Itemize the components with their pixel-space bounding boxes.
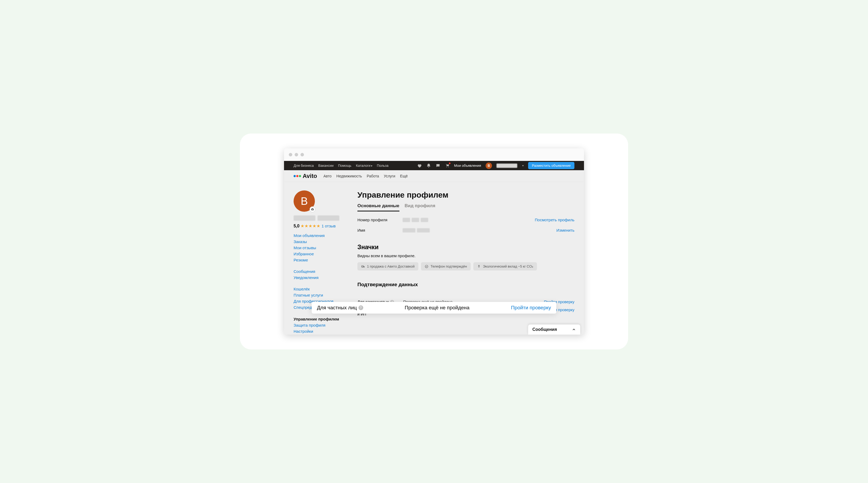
sidebar-item-orders[interactable]: Заказы xyxy=(293,239,347,244)
label-profile-number: Номер профиля xyxy=(358,217,403,222)
traffic-light-icon xyxy=(294,153,298,156)
avatar[interactable]: В xyxy=(486,162,492,169)
cat-realty[interactable]: Недвижимость xyxy=(336,174,362,178)
badges-subtitle: Видны всем в вашем профиле. xyxy=(358,253,575,258)
sidebar-item-security[interactable]: Защита профиля xyxy=(293,323,347,327)
name-redacted xyxy=(293,215,315,221)
sidebar-item-wallet[interactable]: Кошелёк xyxy=(293,287,347,291)
star-icon: ★★★★★ xyxy=(301,223,320,229)
sidebar-item-paid[interactable]: Платные услуги xyxy=(293,293,347,297)
tab-view[interactable]: Вид профиля xyxy=(405,203,435,211)
badge-phone[interactable]: Телефон подтверждён xyxy=(421,262,471,271)
tab-basic[interactable]: Основные данные xyxy=(358,203,399,211)
chevron-down-icon: ▾ xyxy=(371,164,372,167)
nav-benefit[interactable]: Польза xyxy=(377,163,389,168)
traffic-light-icon xyxy=(301,153,304,156)
category-nav: Avito Авто Недвижимость Работа Услуги Ещ… xyxy=(284,170,584,182)
heart-icon[interactable] xyxy=(417,163,422,168)
cat-services[interactable]: Услуги xyxy=(384,174,395,178)
top-navbar: Для бизнеса Вакансии Помощь Каталоги▾ По… xyxy=(284,161,584,170)
verification-title: Подтверждение данных xyxy=(358,282,575,288)
sidebar-item-messages[interactable]: Сообщения xyxy=(293,269,347,274)
verification-popout: Для частных лиц? Проверка ещё не пройден… xyxy=(312,302,556,313)
badge-delivery[interactable]: 1 продажа с Авито Доставкой xyxy=(358,262,418,271)
nav-help[interactable]: Помощь xyxy=(338,163,351,168)
check-circle-icon xyxy=(425,265,428,268)
chevron-down-icon[interactable]: ▾ xyxy=(522,164,524,167)
chevron-up-icon xyxy=(572,327,576,332)
window-titlebar xyxy=(284,148,584,161)
leaf-icon xyxy=(477,265,481,268)
cart-icon[interactable] xyxy=(445,163,450,168)
sidebar-item-favorites[interactable]: Избранное xyxy=(293,251,347,256)
name-redacted xyxy=(317,215,339,221)
popout-label: Для частных лиц xyxy=(317,305,357,311)
badges-title: Значки xyxy=(358,244,575,251)
view-profile-link[interactable]: Посмотреть профиль xyxy=(535,217,575,222)
sidebar-item-my-reviews[interactable]: Мои отзывы xyxy=(293,245,347,250)
svg-point-0 xyxy=(425,265,428,268)
sidebar-item-settings[interactable]: Настройки xyxy=(293,329,347,334)
messages-float[interactable]: Сообщения xyxy=(528,325,580,335)
camera-icon[interactable] xyxy=(310,206,315,212)
popout-action[interactable]: Пройти проверку xyxy=(511,305,551,311)
truck-icon xyxy=(361,265,365,268)
sidebar-item-resume[interactable]: Резюме xyxy=(293,258,347,262)
sidebar-item-profile-mgmt[interactable]: Управление профилем xyxy=(293,317,347,321)
nav-vacancies[interactable]: Вакансии xyxy=(318,163,334,168)
label-name: Имя xyxy=(358,228,403,233)
avito-logo[interactable]: Avito xyxy=(293,173,317,180)
reviews-link[interactable]: 1 отзыв xyxy=(321,224,336,228)
popout-status: Проверка ещё не пройдена xyxy=(363,305,511,311)
rating: 5,0 ★★★★★ 1 отзыв xyxy=(293,223,347,229)
avatar-large[interactable]: В xyxy=(293,190,315,212)
sidebar-item-my-ads[interactable]: Мои объявления xyxy=(293,233,347,238)
bell-icon[interactable] xyxy=(426,163,431,168)
post-ad-button[interactable]: Разместить объявление xyxy=(528,162,575,169)
nav-my-ads[interactable]: Мои объявления xyxy=(454,163,481,168)
nav-catalogs[interactable]: Каталоги▾ xyxy=(356,163,372,168)
cat-more[interactable]: Ещё xyxy=(400,174,408,178)
traffic-light-icon xyxy=(289,153,292,156)
nav-business[interactable]: Для бизнеса xyxy=(293,163,314,168)
chat-icon[interactable] xyxy=(436,163,440,168)
help-icon[interactable]: ? xyxy=(359,305,363,310)
sidebar-item-notifications[interactable]: Уведомления xyxy=(293,275,347,280)
cat-work[interactable]: Работа xyxy=(367,174,379,178)
username-redacted xyxy=(496,163,517,168)
edit-name-link[interactable]: Изменить xyxy=(556,228,575,233)
badge-eco[interactable]: Экологический вклад −5 кг CO₂ xyxy=(473,262,537,271)
page-title: Управление профилем xyxy=(358,190,575,200)
cart-badge-dot xyxy=(449,162,451,164)
cat-auto[interactable]: Авто xyxy=(323,174,332,178)
